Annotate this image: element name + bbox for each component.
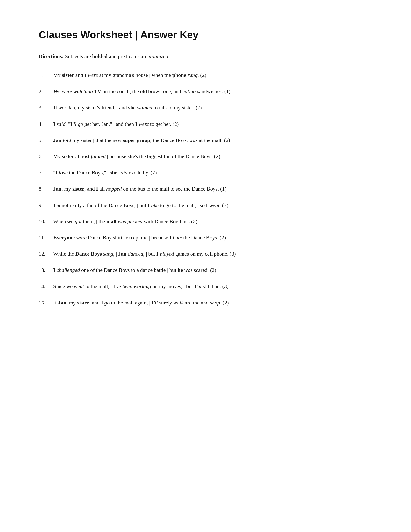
item-content: When we got there, | the mall was packed… [53,217,372,226]
item-number: 8. [39,184,53,193]
list-item: 3.It was Jan, my sister's friend, | and … [39,103,372,112]
item-content: My sister almost fainted | because she's… [53,152,372,161]
item-list: 1.My sister and I were at my grandma's h… [39,71,372,307]
item-number: 7. [39,168,53,177]
list-item: 1.My sister and I were at my grandma's h… [39,71,372,79]
list-item: 9.I'm not really a fan of the Dance Boys… [39,201,372,209]
item-number: 10. [39,217,53,226]
item-content: I said, "I'll go get her, Jan," | and th… [53,120,372,128]
page-title: Clauses Worksheet | Answer Key [39,29,372,41]
item-number: 3. [39,103,53,112]
item-content: Everyone wore Dance Boy shirts except me… [53,233,372,242]
item-content: "I love the Dance Boys," | she said exci… [53,168,372,177]
item-number: 14. [39,282,53,290]
item-content: It was Jan, my sister's friend, | and sh… [53,103,372,112]
item-content: I challenged one of the Dance Boys to a … [53,266,372,274]
list-item: 10.When we got there, | the mall was pac… [39,217,372,226]
list-item: 15.If Jan, my sister, and I go to the ma… [39,298,372,307]
directions-label: Directions: [39,53,64,59]
item-number: 5. [39,136,53,144]
item-content: Jan told my sister | that the new super … [53,136,372,144]
list-item: 11.Everyone wore Dance Boy shirts except… [39,233,372,242]
item-number: 2. [39,87,53,95]
item-content: We were watching TV on the couch, the ol… [53,87,372,95]
item-content: While the Dance Boys sang, | Jan danced,… [53,249,372,258]
directions-italic: italicized [149,53,168,59]
list-item: 2.We were watching TV on the couch, the … [39,87,372,95]
directions-text1: Subjects are [64,53,92,59]
item-content: I'm not really a fan of the Dance Boys, … [53,201,372,209]
list-item: 8.Jan, my sister, and I all hopped on th… [39,184,372,193]
directions-end: . [168,53,169,59]
directions-text2: and predicates are [108,53,149,59]
item-number: 6. [39,152,53,161]
item-number: 4. [39,120,53,128]
directions: Directions: Subjects are bolded and pred… [39,52,372,60]
list-item: 14.Since we went to the mall, | I've bee… [39,282,372,290]
item-content: Since we went to the mall, | I've been w… [53,282,372,290]
item-number: 12. [39,249,53,258]
item-content: If Jan, my sister, and I go to the mall … [53,298,372,307]
list-item: 5.Jan told my sister | that the new supe… [39,136,372,144]
item-content: My sister and I were at my grandma's hou… [53,71,372,79]
list-item: 7."I love the Dance Boys," | she said ex… [39,168,372,177]
item-number: 9. [39,201,53,209]
item-number: 13. [39,266,53,274]
item-number: 11. [39,233,53,242]
list-item: 4.I said, "I'll go get her, Jan," | and … [39,120,372,128]
item-number: 15. [39,298,53,307]
list-item: 12.While the Dance Boys sang, | Jan danc… [39,249,372,258]
item-content: Jan, my sister, and I all hopped on the … [53,184,372,193]
directions-bold: bolded [92,53,108,59]
list-item: 6.My sister almost fainted | because she… [39,152,372,161]
list-item: 13.I challenged one of the Dance Boys to… [39,266,372,274]
item-number: 1. [39,71,53,79]
